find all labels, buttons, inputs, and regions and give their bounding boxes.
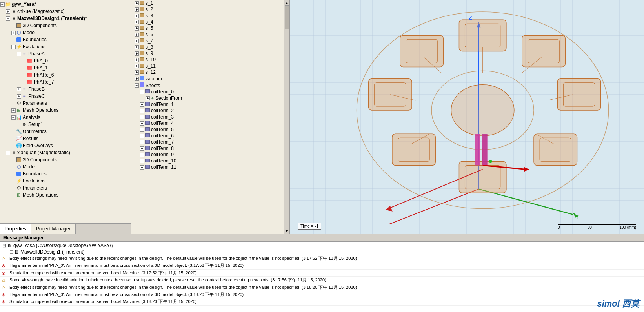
expander-excitations[interactable]: −	[11, 44, 16, 49]
left-tree-item-phA1[interactable]: PhA_1	[0, 64, 131, 71]
middle-tree-item[interactable]: +coilTerm_5	[131, 126, 284, 133]
expander-analysis[interactable]: −	[11, 115, 16, 120]
left-tree-item-analysis[interactable]: −📊Analysis	[0, 114, 131, 121]
left-tree-item-boundaries2[interactable]: Boundaries	[0, 170, 131, 177]
middle-tree-item[interactable]: +s_1	[131, 0, 284, 6]
left-tree-item-phARe7[interactable]: PhARe_7	[0, 78, 131, 86]
middle-tree-item[interactable]: +s_9	[131, 50, 284, 57]
left-tree-item-phA0[interactable]: PhA_0	[0, 57, 131, 64]
icon-phA0	[27, 58, 33, 64]
icon-model: ⬡	[16, 29, 22, 36]
left-tree-item-model[interactable]: +⬡Model	[0, 29, 131, 36]
middle-tree-item[interactable]: +coilTerm_4	[131, 120, 284, 126]
label-3dcomp: 3D Components	[23, 23, 57, 28]
middle-tree-item[interactable]: +coilTerm_1	[131, 101, 284, 108]
tab-bar: Properties Project Manager	[0, 223, 131, 234]
middle-label: s_5	[146, 26, 153, 31]
expander-gyw_yasa[interactable]: −	[0, 2, 5, 7]
message-row: ⊗Simulation completed with execution err…	[0, 298, 644, 305]
expander-meshops[interactable]: +	[11, 108, 16, 113]
middle-tree-item[interactable]: +coilTerm_9	[131, 151, 284, 158]
label-model2: Model	[23, 164, 36, 170]
middle-tree-item[interactable]: +coilTerm_2	[131, 108, 284, 114]
middle-tree-item[interactable]: −Sheets	[131, 82, 284, 89]
left-tree-item-3dcomp2[interactable]: 3D Components	[0, 156, 131, 163]
middle-tree-item[interactable]: +s_4	[131, 19, 284, 25]
middle-tree-item[interactable]: +coilTerm_8	[131, 145, 284, 151]
left-tree-item-results[interactable]: 📈Results	[0, 135, 131, 142]
icon-parameters: ⚙	[16, 100, 22, 106]
left-tree-item-parameters[interactable]: ⚙Parameters	[0, 100, 131, 107]
left-tree-item-meshops2[interactable]: ⊞Mesh Operations	[0, 192, 131, 199]
middle-tree-item[interactable]: +s_2	[131, 6, 284, 13]
middle-tree-item[interactable]: +coilTerm_7	[131, 139, 284, 145]
icon-excitations: ⚡	[16, 44, 22, 50]
middle-tree-item[interactable]: +s_7	[131, 38, 284, 44]
middle-label: coilTerm_9	[151, 152, 174, 157]
left-tree-item-meshops[interactable]: +⊞Mesh Operations	[0, 107, 131, 114]
left-tree-item-phaseB[interactable]: +≡PhaseB	[0, 86, 131, 93]
middle-tree-item[interactable]: +s_6	[131, 31, 284, 38]
expander-maxwell3d[interactable]: −	[5, 16, 10, 21]
middle-tree-item[interactable]: +coilTerm_11	[131, 164, 284, 170]
left-tree-item-gyw_yasa[interactable]: −📁gyw_Yasa*	[0, 1, 131, 8]
left-tree-item-xianquan[interactable]: −🖥xianquan (Magnetostatic)	[0, 149, 131, 156]
left-tree-item-parameters2[interactable]: ⚙Parameters	[0, 184, 131, 192]
middle-tree-item[interactable]: +s_5	[131, 25, 284, 31]
expander-phaseC[interactable]: +	[16, 94, 21, 99]
scale-mid-label: 50	[588, 225, 592, 230]
left-tree-item-optim[interactable]: 🔧Optimetrics	[0, 128, 131, 135]
left-tree-item-chixue[interactable]: +🖥chixue (Magnetostatic)	[0, 8, 131, 15]
middle-tree-item[interactable]: +s_10	[131, 57, 284, 63]
middle-tree-item[interactable]: +coilTerm_3	[131, 114, 284, 120]
expander-phaseB[interactable]: +	[16, 87, 21, 91]
label-boundaries2: Boundaries	[23, 171, 47, 177]
left-tree-item-excitations2[interactable]: ⚡Excitations	[0, 177, 131, 184]
icon-boundaries	[16, 36, 22, 43]
middle-tree-item[interactable]: +vacuum	[131, 75, 284, 82]
left-tree-item-boundaries[interactable]: Boundaries	[0, 36, 131, 43]
expander-chixue[interactable]: +	[5, 9, 10, 14]
middle-label: coilTerm_10	[151, 158, 176, 164]
middle-scrollbar[interactable]: ▲ ▼	[284, 0, 289, 234]
icon-excitations2: ⚡	[16, 178, 22, 184]
left-tree-item-phaseA[interactable]: −≡PhaseA	[0, 50, 131, 57]
middle-tree-item[interactable]: +✦SectionFrom	[131, 95, 284, 101]
left-tree-item-excitations[interactable]: −⚡Excitations	[0, 43, 131, 50]
middle-tree-item[interactable]: +s_3	[131, 13, 284, 19]
left-tree-item-3dcomp[interactable]: 3D Components	[0, 22, 131, 29]
middle-tree-item[interactable]: +s_8	[131, 44, 284, 50]
viewport-3d[interactable]: Z Y X Time = -1 0 50 100 (mm)	[290, 0, 644, 234]
icon-meshops: ⊞	[16, 107, 22, 113]
svg-marker-38	[386, 206, 393, 212]
middle-tree-item[interactable]: +coilTerm_6	[131, 133, 284, 139]
error-icon: ⊗	[2, 263, 8, 268]
message-text: Simulation completed with execution erro…	[9, 270, 642, 276]
left-tree-item-maxwell3d[interactable]: −🖥Maxwell3DDesign1 (Transient)*	[0, 15, 131, 22]
object-tree: +s_1+s_2+s_3+s_4+s_5+s_6+s_7+s_8+s_9+s_1…	[131, 0, 284, 234]
left-tree-item-phaseC[interactable]: +≡PhaseC	[0, 93, 131, 100]
tab-properties[interactable]: Properties	[0, 224, 31, 234]
svg-text:Z: Z	[469, 15, 473, 21]
icon-model2: ⬡	[16, 164, 22, 170]
expander-phaseA[interactable]: −	[16, 51, 21, 56]
left-tree-item-phARe6[interactable]: PhARe_6	[0, 71, 131, 78]
middle-label: coilTerm_11	[151, 164, 176, 170]
middle-tree-item[interactable]: +s_11	[131, 63, 284, 69]
label-phARe7: PhARe_7	[34, 79, 54, 85]
expander-model[interactable]: +	[11, 30, 16, 35]
left-tree-item-fieldoverlays[interactable]: 🌐Field Overlays	[0, 142, 131, 149]
label-meshops2: Mesh Operations	[23, 192, 58, 198]
expander-xianquan[interactable]: −	[5, 150, 10, 155]
middle-tree-item[interactable]: +coilTerm_10	[131, 158, 284, 164]
error-icon: ⊗	[2, 270, 8, 276]
middle-label: s_3	[146, 13, 153, 18]
middle-label: coilTerm_1	[151, 102, 174, 107]
icon-phaseB: ≡	[21, 86, 27, 92]
middle-tree-item[interactable]: −coilTerm_0	[131, 89, 284, 95]
tab-project-manager[interactable]: Project Manager	[31, 224, 76, 234]
left-tree-item-model2[interactable]: ⬡Model	[0, 163, 131, 170]
middle-tree-item[interactable]: +s_12	[131, 69, 284, 75]
icon-optim: 🔧	[16, 128, 22, 135]
left-tree-item-setup1[interactable]: ⚙Setup1	[0, 121, 131, 128]
